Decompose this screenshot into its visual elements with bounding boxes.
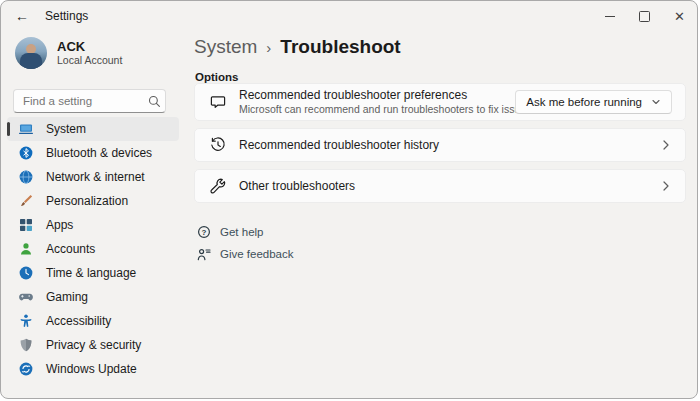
message-icon [209, 93, 227, 111]
link-label: Give feedback [220, 248, 294, 260]
maximize-button[interactable] [627, 1, 662, 31]
main-content: System › Troubleshoot Options Recommende… [194, 31, 686, 399]
sidebar-item-windows-update[interactable]: Windows Update [7, 357, 179, 381]
options-section-label: Options [195, 71, 238, 83]
card-title: Other troubleshooters [239, 179, 355, 194]
windows-update-icon [18, 361, 34, 377]
close-button[interactable]: ✕ [662, 1, 697, 31]
card-recommended-troubleshooter-preferences: Recommended troubleshooter preferences M… [194, 83, 686, 121]
breadcrumb-parent[interactable]: System [194, 36, 257, 58]
card-title: Recommended troubleshooter preferences [239, 88, 531, 103]
breadcrumb-separator: › [266, 39, 271, 56]
troubleshooter-preference-dropdown[interactable]: Ask me before running [515, 90, 672, 114]
sidebar-item-apps[interactable]: Apps [7, 213, 179, 237]
settings-window: ← Settings ✕ ACK Local Account System [0, 0, 698, 399]
system-icon [18, 121, 34, 137]
get-help-icon: ? [196, 225, 211, 240]
search-input[interactable] [14, 95, 143, 107]
maximize-icon [639, 11, 650, 22]
sidebar-item-gaming[interactable]: Gaming [7, 285, 179, 309]
chevron-right-icon [660, 180, 672, 192]
user-account-type: Local Account [57, 54, 122, 67]
sidebar-item-time-language[interactable]: Time & language [7, 261, 179, 285]
back-button[interactable]: ← [7, 4, 37, 28]
history-icon [209, 136, 227, 154]
accessibility-icon [18, 313, 34, 329]
sidebar-item-label: System [46, 122, 86, 136]
chevron-down-icon [651, 97, 661, 107]
privacy-security-icon [18, 337, 34, 353]
network-icon [18, 169, 34, 185]
chevron-right-icon [660, 139, 672, 151]
gaming-icon [18, 289, 34, 305]
sidebar-item-network-internet[interactable]: Network & internet [7, 165, 179, 189]
avatar [15, 37, 47, 69]
sidebar-item-accounts[interactable]: Accounts [7, 237, 179, 261]
selection-indicator [7, 122, 10, 136]
sidebar-item-privacy-security[interactable]: Privacy & security [7, 333, 179, 357]
card-other-troubleshooters[interactable]: Other troubleshooters [194, 169, 686, 203]
svg-text:?: ? [201, 228, 206, 237]
bluetooth-icon [18, 145, 34, 161]
sidebar-item-label: Gaming [46, 290, 88, 304]
sidebar-item-personalization[interactable]: Personalization [7, 189, 179, 213]
card-subtitle: Microsoft can recommend and run troubles… [239, 103, 531, 116]
card-title: Recommended troubleshooter history [239, 138, 439, 153]
minimize-button[interactable] [592, 1, 627, 31]
time-language-icon [18, 265, 34, 281]
sidebar-item-label: Apps [46, 218, 73, 232]
user-profile: ACK Local Account [15, 37, 122, 69]
dropdown-selected-value: Ask me before running [526, 96, 642, 108]
wrench-icon [209, 177, 227, 195]
sidebar-item-label: Bluetooth & devices [46, 146, 152, 160]
breadcrumb: System › Troubleshoot [194, 36, 401, 58]
feedback-icon [196, 247, 211, 262]
sidebar-item-label: Personalization [46, 194, 128, 208]
help-links: ? Get help Give feedback [196, 222, 294, 266]
sidebar-item-label: Windows Update [46, 362, 137, 376]
sidebar-item-label: Accounts [46, 242, 95, 256]
personalization-icon [18, 193, 34, 209]
close-icon: ✕ [674, 10, 685, 23]
search-box [13, 89, 166, 113]
link-label: Get help [220, 226, 263, 238]
back-arrow-icon: ← [15, 8, 29, 24]
sidebar-item-accessibility[interactable]: Accessibility [7, 309, 179, 333]
sidebar-item-label: Privacy & security [46, 338, 141, 352]
user-name: ACK [57, 39, 122, 54]
card-recommended-troubleshooter-history[interactable]: Recommended troubleshooter history [194, 128, 686, 162]
sidebar-item-label: Accessibility [46, 314, 111, 328]
give-feedback-link[interactable]: Give feedback [196, 244, 294, 264]
accounts-icon [18, 241, 34, 257]
search-icon [143, 95, 165, 108]
titlebar: ← Settings ✕ [1, 1, 697, 31]
sidebar-item-bluetooth-devices[interactable]: Bluetooth & devices [7, 141, 179, 165]
sidebar-item-system[interactable]: System [7, 117, 179, 141]
minimize-icon [605, 16, 615, 17]
sidebar-item-label: Time & language [46, 266, 136, 280]
sidebar-item-label: Network & internet [46, 170, 145, 184]
page-title: Troubleshoot [280, 36, 400, 58]
options-cards: Recommended troubleshooter preferences M… [194, 83, 686, 210]
apps-icon [18, 217, 34, 233]
app-title: Settings [45, 9, 88, 23]
get-help-link[interactable]: ? Get help [196, 222, 294, 242]
window-controls: ✕ [592, 1, 697, 31]
sidebar-nav: System Bluetooth & devices Network & int… [7, 117, 179, 381]
